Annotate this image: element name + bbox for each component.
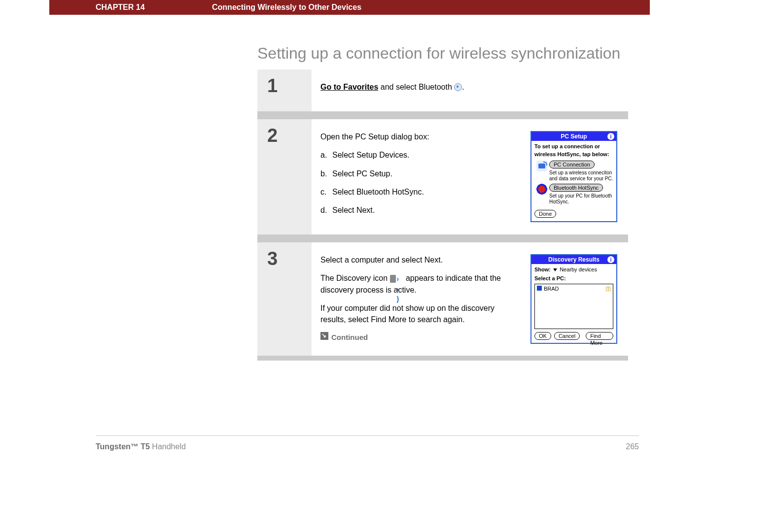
step1-paragraph: Go to Favorites and select Bluetooth . — [320, 81, 619, 93]
step2-lead: Open the PC Setup dialog box: — [320, 131, 522, 142]
product-bold: Tungsten™ T5 — [96, 442, 150, 451]
palm-titlebar: PC Setup i — [531, 132, 616, 141]
select-pc-label: Select a PC: — [534, 275, 613, 283]
device-name: BRAD — [544, 286, 559, 292]
palm-screen: Discovery Results i Show: Nearby devices… — [530, 254, 617, 344]
palm-option-bt-hotsync: Bluetooth HotSync Set up your PC for Blu… — [536, 184, 613, 205]
list-item: b.Select PC Setup. — [320, 168, 522, 179]
item-letter: a. — [320, 149, 332, 161]
chapter-title: Connecting Wirelessly to Other Devices — [212, 3, 650, 12]
info-icon: i — [607, 133, 614, 140]
palm-heading: To set up a connection or wireless HotSy… — [534, 143, 613, 159]
section-title: Setting up a connection for wireless syn… — [49, 44, 650, 63]
item-text: Select Setup Devices. — [332, 151, 410, 159]
discovery-list[interactable]: BRAD ⚿ — [534, 284, 613, 329]
step-number: 3 — [267, 248, 312, 269]
discovery-icon: › › ) — [390, 274, 404, 283]
step-text: Select a computer and select Next. The D… — [320, 254, 522, 344]
list-item[interactable]: BRAD ⚿ — [535, 284, 613, 294]
steps-container: 1 Go to Favorites and select Bluetooth .… — [257, 69, 628, 361]
ok-button[interactable]: OK — [534, 332, 551, 340]
find-more-button[interactable]: Find More — [586, 332, 613, 340]
show-row: Show: Nearby devices — [534, 266, 613, 274]
bluetooth-icon — [454, 83, 462, 91]
step-number-cell: 1 — [257, 69, 312, 111]
item-letter: d. — [320, 204, 332, 216]
step-row: 1 Go to Favorites and select Bluetooth . — [257, 69, 628, 119]
hotsync-icon — [536, 184, 547, 195]
product-name: Tungsten™ T5 Handheld — [96, 442, 626, 451]
pc-connection-button[interactable]: PC Connection — [549, 161, 595, 168]
step3-para2a: The Discovery icon — [320, 274, 390, 282]
palm-option-desc: Set up a wireless conneciton and data se… — [549, 170, 613, 182]
palm-screen: PC Setup i To set up a connection or wir… — [530, 131, 617, 222]
step-number: 1 — [267, 75, 312, 97]
step-row: 3 Select a computer and select Next. The… — [257, 242, 628, 361]
product-rest: Handheld — [150, 442, 186, 451]
footer-divider — [96, 435, 639, 436]
step-number: 2 — [267, 125, 312, 146]
palm-titlebar: Discovery Results i — [531, 255, 616, 264]
document-page: CHAPTER 14 Connecting Wirelessly to Othe… — [49, 0, 650, 463]
step-body: Go to Favorites and select Bluetooth . — [312, 69, 628, 111]
continued-label: Continued — [331, 333, 368, 341]
palm-body: Show: Nearby devices Select a PC: BRAD ⚿ — [531, 264, 616, 329]
step1-text-rest: and select Bluetooth — [378, 83, 454, 91]
key-icon: ⚿ — [606, 286, 611, 293]
palm-footer: Done — [531, 208, 616, 221]
cancel-button[interactable]: Cancel — [554, 332, 580, 340]
palm-screenshot-discovery: Discovery Results i Show: Nearby devices… — [530, 254, 619, 344]
list-item: a.Select Setup Devices. — [320, 149, 522, 161]
list-item: c.Select Bluetooth HotSync. — [320, 186, 522, 198]
palm-option-text: PC Connection Set up a wireless connecit… — [549, 161, 613, 182]
page-number: 265 — [626, 442, 639, 451]
palm-title: PC Setup — [561, 133, 587, 140]
palm-footer: OK Cancel Find More — [531, 329, 616, 343]
step-row: 2 Open the PC Setup dialog box: a.Select… — [257, 119, 628, 242]
show-value: Nearby devices — [560, 266, 597, 272]
palm-screenshot-pc-setup: PC Setup i To set up a connection or wir… — [530, 131, 619, 222]
step-number-cell: 3 — [257, 242, 312, 356]
step-number-cell: 2 — [257, 119, 312, 234]
step-body: Open the PC Setup dialog box: a.Select S… — [312, 119, 628, 234]
device-icon — [537, 286, 542, 291]
page-footer: Tungsten™ T5 Handheld 265 — [49, 442, 650, 451]
info-icon: i — [607, 256, 614, 263]
chapter-label: CHAPTER 14 — [49, 3, 212, 12]
item-letter: c. — [320, 186, 332, 198]
step3-para2: The Discovery icon › › ) appears to indi… — [320, 272, 522, 295]
bluetooth-hotsync-button[interactable]: Bluetooth HotSync — [549, 184, 603, 192]
done-button[interactable]: Done — [534, 210, 556, 218]
item-letter: b. — [320, 168, 332, 179]
step-text: Open the PC Setup dialog box: a.Select S… — [320, 131, 522, 223]
step2-sublist: a.Select Setup Devices. b.Select PC Setu… — [320, 149, 522, 216]
dropdown-triangle-icon[interactable] — [553, 268, 557, 271]
item-text: Select PC Setup. — [332, 169, 392, 178]
show-label: Show: — [534, 266, 551, 272]
step-body: Select a computer and select Next. The D… — [312, 242, 628, 356]
item-text: Select Next. — [332, 206, 375, 214]
palm-title: Discovery Results — [548, 256, 600, 263]
list-item: d.Select Next. — [320, 204, 522, 216]
step3-para1: Select a computer and select Next. — [320, 254, 522, 266]
favorites-link[interactable]: Go to Favorites — [320, 83, 378, 91]
continued-arrow-icon — [320, 332, 328, 340]
palm-option-text: Bluetooth HotSync Set up your PC for Blu… — [549, 184, 613, 205]
step3-para3: If your computer did not show up on the … — [320, 302, 522, 325]
pc-icon — [536, 161, 547, 171]
item-text: Select Bluetooth HotSync. — [332, 188, 424, 196]
palm-option-pc-connection: PC Connection Set up a wireless connecit… — [536, 161, 613, 182]
page-header: CHAPTER 14 Connecting Wirelessly to Othe… — [49, 0, 650, 15]
palm-body: To set up a connection or wireless HotSy… — [531, 141, 616, 208]
palm-option-desc: Set up your PC for Bluetooth HotSync. — [549, 193, 613, 205]
list-item-left: BRAD — [537, 285, 559, 293]
step1-text-tail: . — [462, 83, 464, 91]
step-text: Go to Favorites and select Bluetooth . — [320, 81, 619, 100]
continued-indicator: Continued — [320, 332, 522, 343]
